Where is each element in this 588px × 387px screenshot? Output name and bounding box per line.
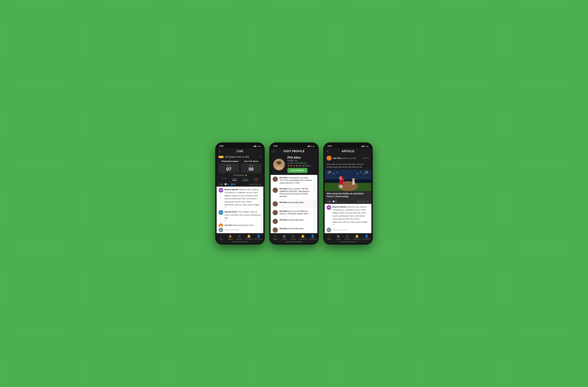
user-avatar-article: U bbox=[327, 228, 331, 232]
nav-home-label-profile: Home bbox=[273, 238, 277, 240]
nav-notifications-live[interactable]: 🔔 Notifications bbox=[245, 234, 253, 240]
activity-action-5: followed Mark Allen bbox=[288, 228, 304, 230]
activity-time-4: Xh bbox=[314, 219, 315, 221]
status-bar-article: 9:41 ▲ ▬ bbox=[325, 144, 371, 148]
article-screen: ‹ ARTICLE Joe Fritz posted an article Ju… bbox=[325, 148, 371, 233]
back-button-article[interactable]: ‹ bbox=[327, 150, 328, 153]
nav-account-label-profile: My Account bbox=[309, 238, 316, 240]
away-label: AWAY bbox=[244, 165, 258, 166]
add-comment-row-article: U Add a Comment... bbox=[325, 226, 371, 233]
add-comment-article[interactable]: Add a Comment... bbox=[333, 229, 349, 231]
edit-icon[interactable]: ✏ bbox=[259, 156, 261, 158]
comment-text-0: Morbi leo risus, porta ac consectetur ac… bbox=[225, 188, 260, 206]
nav-notifications-label-live: Notifications bbox=[245, 238, 253, 240]
nav-picks-profile[interactable]: ◎ My Picks bbox=[290, 234, 297, 240]
article-post-row: Joe Fritz posted an article Just Now bbox=[325, 154, 371, 162]
activity-name-2: Phil Allen bbox=[279, 202, 288, 204]
profile-name: Phil Allen bbox=[287, 156, 315, 159]
baseball-svg bbox=[325, 170, 371, 191]
live-page-title: LIVE bbox=[237, 150, 243, 153]
time-article: 9:41 bbox=[328, 145, 332, 147]
svg-point-4 bbox=[277, 163, 278, 164]
home-score-box: HOME 07 bbox=[219, 163, 239, 173]
more-options[interactable]: ··· bbox=[260, 224, 261, 226]
comments-item[interactable]: 💬 6 bbox=[224, 183, 229, 185]
betting-row: COVER SPREAD NYG TOTAL UNDER M-LINE -200 bbox=[217, 177, 263, 182]
nav-account-article[interactable]: 👤 My Account bbox=[363, 234, 371, 240]
games-icon-article: ▣ bbox=[337, 234, 340, 238]
nav-picks-article[interactable]: ◎ My Picks bbox=[344, 234, 351, 240]
phones-container: 9:41 ▲ ▬ ‹ LIVE LIVE 1ST Quarter bbox=[215, 143, 373, 244]
svg-point-30 bbox=[360, 171, 361, 173]
article-view-all[interactable]: View all 29 Likes bbox=[357, 201, 369, 203]
svg-rect-2 bbox=[276, 167, 282, 170]
comment-content-2: Joe Fritz Maecenas faucibus mollis inter… bbox=[225, 224, 259, 226]
phone-live: 9:41 ▲ ▬ ‹ LIVE LIVE 1ST Quarter bbox=[215, 143, 265, 244]
following-button[interactable]: FOLLOWING bbox=[287, 168, 308, 173]
rating-text: Vigit Rating bbox=[301, 165, 311, 167]
view-all-likes[interactable]: View all 29 Likes bbox=[249, 183, 261, 185]
back-button-profile[interactable]: ‹ bbox=[273, 150, 274, 153]
comment-avatar-2: JF bbox=[219, 224, 223, 226]
commenter-name-2: Joe Fritz bbox=[225, 224, 232, 226]
nav-games-live[interactable]: ▣ Games bbox=[227, 234, 234, 240]
nav-games-article[interactable]: ▣ Games bbox=[335, 234, 342, 240]
back-button-live[interactable]: ‹ bbox=[219, 150, 220, 153]
notifications-icon-article: 🔔 bbox=[355, 234, 359, 238]
home-indicator-profile bbox=[271, 241, 317, 243]
article-likes-item[interactable]: ♥ 29 bbox=[327, 201, 330, 203]
activity-time-1: Xh bbox=[314, 187, 315, 189]
post-time: Just Now bbox=[362, 157, 369, 159]
picks-icon-live: ◎ bbox=[238, 234, 241, 238]
nav-account-label-live: My Account bbox=[255, 238, 263, 240]
avatar-illustration bbox=[273, 159, 285, 170]
nav-home-profile[interactable]: ⌂ Home bbox=[272, 235, 279, 240]
battery-icon-article: ▬ bbox=[367, 145, 368, 147]
nav-notifications-article[interactable]: 🔔 Notifications bbox=[353, 234, 361, 240]
followers-item[interactable]: 👥 12 bbox=[231, 183, 236, 185]
activity-time-0: Xh bbox=[314, 177, 315, 178]
user-avatar-live: U bbox=[219, 228, 223, 232]
activity-4: Phil Allen followed Mark Allen Xh bbox=[271, 217, 317, 226]
games-icon-live: ▣ bbox=[229, 234, 231, 238]
article-page-title: ARTICLE bbox=[342, 150, 354, 153]
article-comments-item[interactable]: 💬 9 bbox=[332, 201, 336, 203]
status-icons-live: ▲ ▬ bbox=[253, 145, 260, 147]
profile-details: Phil Allen Ambler, PA 13 Wins 123 Follow… bbox=[287, 156, 315, 173]
profile-info-section: Phil Allen Ambler, PA 13 Wins 123 Follow… bbox=[271, 154, 317, 175]
away-score: 00 bbox=[244, 166, 258, 172]
nav-home-live[interactable]: ⌂ Home bbox=[218, 235, 225, 240]
likes-item[interactable]: ♥ 29 bbox=[219, 183, 222, 185]
comment-avatar-0: BM bbox=[219, 188, 223, 192]
nav-games-profile[interactable]: ▣ Games bbox=[281, 234, 288, 240]
svg-point-29 bbox=[357, 173, 358, 174]
profile-page-title: VIGIT PROFILE bbox=[283, 150, 305, 153]
nav-notifications-profile[interactable]: 🔔 Notifications bbox=[299, 234, 307, 240]
svg-point-25 bbox=[327, 172, 329, 174]
signal-icon-profile bbox=[307, 145, 310, 147]
nav-home-article[interactable]: ⌂ Home bbox=[326, 235, 333, 240]
nav-account-profile[interactable]: 👤 My Account bbox=[309, 234, 316, 240]
battery-icon-profile: ▬ bbox=[313, 145, 315, 147]
possession-label: POSSESSION bbox=[233, 174, 244, 176]
nav-account-live[interactable]: 👤 My Account bbox=[255, 234, 263, 240]
status-icons-article: ▲ ▬ bbox=[361, 145, 368, 147]
nav-picks-live[interactable]: ◎ My Picks bbox=[236, 234, 243, 240]
nav-picks-label-live: My Picks bbox=[236, 238, 242, 240]
wifi-icon: ▲ bbox=[256, 145, 258, 147]
activity-avatar-3 bbox=[273, 210, 278, 215]
add-comment-live[interactable]: Add a Comment... bbox=[225, 229, 240, 231]
svg-rect-21 bbox=[341, 185, 342, 188]
live-screen: ‹ LIVE LIVE 1ST Quarter 10:45, on CBS ✏ … bbox=[217, 148, 263, 233]
heart-icon: ♥ bbox=[219, 183, 220, 185]
comment-icon: 💬 bbox=[224, 183, 227, 185]
poster-avatar bbox=[327, 156, 332, 161]
account-icon-article: 👤 bbox=[365, 234, 368, 238]
home-label: HOME bbox=[222, 165, 236, 166]
spread-col: SPREAD NYG bbox=[229, 178, 240, 181]
cover-col: COVER bbox=[219, 178, 229, 181]
possession-row: POSSESSION bbox=[217, 174, 263, 177]
followers-count: 12 bbox=[234, 183, 236, 185]
game-info: 1ST Quarter 10:45, on CBS bbox=[225, 156, 249, 158]
live-content: LIVE 1ST Quarter 10:45, on CBS ✏ Philade… bbox=[217, 154, 263, 233]
